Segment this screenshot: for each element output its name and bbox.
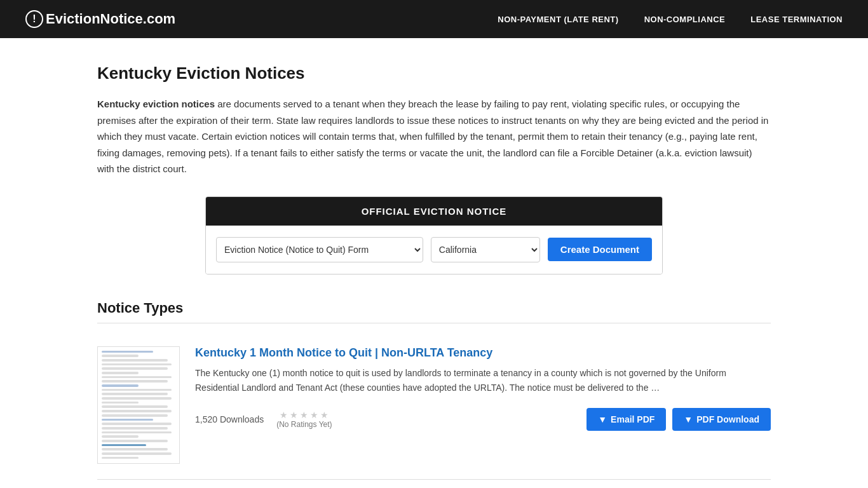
star-5: ★ [320,410,329,419]
intro-paragraph: Kentucky eviction notices are documents … [97,96,771,177]
nav-non-compliance[interactable]: NON-COMPLIANCE [644,15,726,24]
logo-text: EvictionNotice.com [46,11,175,27]
main-nav: NON-PAYMENT (LATE RENT) NON-COMPLIANCE L… [498,15,843,24]
notice-types-section: Notice Types [97,300,771,480]
email-pdf-label: Email PDF [611,414,654,424]
star-4: ★ [310,410,319,419]
pdf-download-label: PDF Download [696,414,759,424]
star-3: ★ [300,410,309,419]
main-content: Kentucky Eviction Notices Kentucky evict… [85,38,783,488]
intro-bold: Kentucky eviction notices [97,98,215,109]
notice-thumbnail [97,346,180,464]
download-icon: ▼ [598,414,607,424]
logo-icon: ! [25,10,43,28]
action-buttons: ▼ Email PDF ▼ PDF Download [587,408,771,431]
intro-body: are documents served to a tenant when th… [97,98,768,174]
create-document-button[interactable]: Create Document [548,238,652,261]
pdf-download-button[interactable]: ▼ PDF Download [672,408,771,431]
notice-box-body: Eviction Notice (Notice to Quit) Form 7-… [206,226,662,274]
notice-item: Kentucky 1 Month Notice to Quit | Non-UR… [97,331,771,480]
nav-lease-termination[interactable]: LEASE TERMINATION [750,15,843,24]
nav-non-payment[interactable]: NON-PAYMENT (LATE RENT) [498,15,618,24]
notice-types-title: Notice Types [97,300,771,323]
logo[interactable]: ! EvictionNotice.com [25,10,175,28]
downloads-count: 1,520 Downloads [195,414,264,424]
notice-item-content: Kentucky 1 Month Notice to Quit | Non-UR… [195,346,771,464]
star-2: ★ [290,410,299,419]
form-type-select[interactable]: Eviction Notice (Notice to Quit) Form 7-… [216,237,423,262]
notice-box-header: OFFICIAL EVICTION NOTICE [206,197,662,226]
star-1: ★ [280,410,288,419]
notice-item-title[interactable]: Kentucky 1 Month Notice to Quit | Non-UR… [195,346,771,360]
site-header: ! EvictionNotice.com NON-PAYMENT (LATE R… [0,0,868,38]
ratings: ★ ★ ★ ★ ★ (No Ratings Yet) [276,410,332,429]
email-pdf-button[interactable]: ▼ Email PDF [587,408,666,431]
notice-actions: 1,520 Downloads ★ ★ ★ ★ ★ (No Ratings Ye… [195,408,771,431]
page-title: Kentucky Eviction Notices [97,64,771,83]
pdf-icon: ▼ [684,414,693,424]
official-notice-box: OFFICIAL EVICTION NOTICE Eviction Notice… [205,196,663,274]
star-row: ★ ★ ★ ★ ★ [280,410,329,419]
notice-item-description: The Kentucky one (1) month notice to qui… [195,366,771,395]
state-select[interactable]: Alabama Alaska Arizona Arkansas Californ… [431,237,540,262]
no-ratings-label: (No Ratings Yet) [276,420,332,429]
